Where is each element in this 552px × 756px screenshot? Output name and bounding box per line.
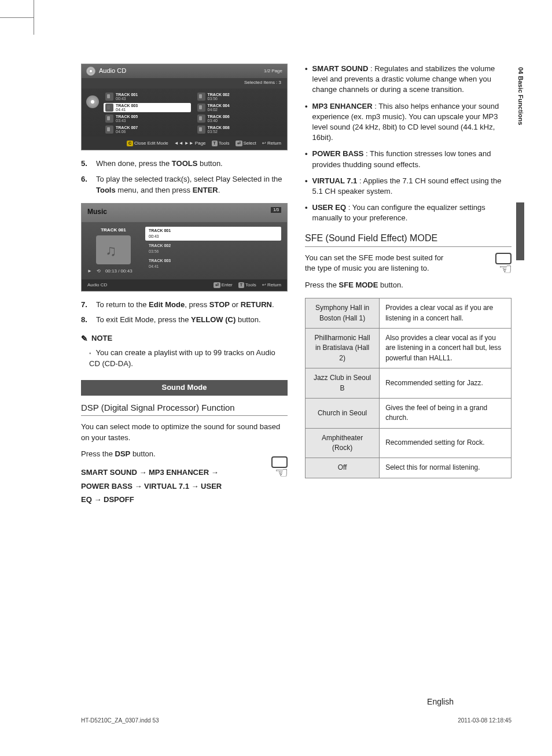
music-playlist: TRACK 00100:43TRACK 00203:56TRACK 00304:… xyxy=(145,227,281,275)
music-file-icon xyxy=(105,93,113,101)
selected-count: Selected Items : 3 xyxy=(82,78,287,88)
close-edit-label: Close Edit Mode xyxy=(134,141,168,146)
note-heading: ✎ NOTE xyxy=(81,333,288,344)
dsp-para: You can select mode to optimize the soun… xyxy=(81,422,288,444)
feature-item: USER EQ : You can configure the equalize… xyxy=(305,202,511,223)
left-column: Audio CD 1/2 Page Selected Items : 3 TRA… xyxy=(81,64,288,511)
track-item: TRACK 00503:43 xyxy=(104,114,191,123)
pencil-icon: ✎ xyxy=(81,333,88,344)
music-file-icon xyxy=(105,126,113,134)
steps-5-6: 5.When done, press the TOOLS button.6.To… xyxy=(81,158,288,196)
sound-mode-bar: Sound Mode xyxy=(81,380,288,396)
feature-list: SMART SOUND : Regulates and stabilizes t… xyxy=(305,64,511,223)
step-item: 8.To exit Edit Mode, press the YELLOW (C… xyxy=(81,315,288,326)
time-text: 00:13 / 00:43 xyxy=(105,268,133,275)
music-page: 1/3 xyxy=(271,207,281,213)
hand-button-icon: ☜ xyxy=(495,253,511,286)
music-screenshot: Music 1/3 TRACK 001 ► ⟲ 00:13 / 00:43 TR… xyxy=(81,203,288,292)
playlist-item: TRACK 00304:41 xyxy=(145,257,281,271)
sfe-heading: SFE (Sound Field Effect) MODE xyxy=(305,231,511,246)
dsp-press: Press the DSP button. xyxy=(81,449,288,460)
playlist-item: TRACK 00203:56 xyxy=(145,242,281,256)
table-row: OffSelect this for normal listening. xyxy=(306,458,511,478)
track-item: TRACK 00404:02 xyxy=(196,103,283,112)
music-file-icon xyxy=(105,104,113,112)
track-item: TRACK 00803:52 xyxy=(196,125,283,134)
table-row: Phillharmonic Hall in Bratislava (Hall 2… xyxy=(306,328,511,368)
music-note-icon xyxy=(96,235,131,264)
page-footer: HT-D5210C_ZA_0307.indd 53 2011-03-08 12:… xyxy=(81,717,511,724)
playlist-item: TRACK 00100:43 xyxy=(145,227,281,241)
note-list: You can create a playlist with up to 99 … xyxy=(89,348,288,370)
steps-7-8: 7.To return to the Edit Mode, press STOP… xyxy=(81,300,288,326)
step-item: 5.When done, press the TOOLS button. xyxy=(81,158,288,169)
return-label: Return xyxy=(267,141,281,146)
track-item: TRACK 00704:06 xyxy=(104,125,191,134)
music-file-icon xyxy=(197,115,205,123)
play-icon: ► xyxy=(87,268,92,275)
note-item: You can create a playlist with up to 99 … xyxy=(89,348,288,370)
footer-file: HT-D5210C_ZA_0307.indd 53 xyxy=(81,717,159,724)
dsp-heading: DSP (Digital Signal Processor) Function xyxy=(81,401,288,416)
music-sub-label: Audio CD xyxy=(87,282,107,289)
disc-icon xyxy=(86,67,95,76)
enter-label: Enter xyxy=(222,282,233,287)
sfe-para: You can set the SFE mode best suited for… xyxy=(305,253,455,275)
hand-button-icon: ☜ xyxy=(271,456,288,490)
step-item: 7.To return to the Edit Mode, press STOP… xyxy=(81,300,288,311)
table-row: Church in SeoulGives the feel of being i… xyxy=(306,398,511,428)
audio-cd-screenshot: Audio CD 1/2 Page Selected Items : 3 TRA… xyxy=(81,64,288,150)
music-file-icon xyxy=(197,93,205,101)
dsp-sequence: SMART SOUND → MP3 ENHANCER → POWER BASS … xyxy=(81,466,226,506)
tools-label: Tools xyxy=(219,141,230,146)
note-label: NOTE xyxy=(91,333,112,344)
footer-date: 2011-03-08 12:18:45 xyxy=(458,717,511,724)
language-label: English xyxy=(427,697,454,706)
tools-label: Tools xyxy=(245,282,256,287)
page-indicator: 1/2 Page xyxy=(264,68,282,75)
music-file-icon xyxy=(197,126,205,134)
table-row: Amphitheater (Rock)Recommended setting f… xyxy=(306,428,511,458)
feature-item: MP3 ENHANCER : This also helps enhance y… xyxy=(305,101,511,143)
music-file-icon xyxy=(105,115,113,123)
feature-item: SMART SOUND : Regulates and stabilizes t… xyxy=(305,64,511,95)
repeat-icon: ⟲ xyxy=(97,268,101,275)
page-label: Page xyxy=(195,141,206,146)
feature-item: VIRTUAL 7.1 : Applies the 7.1 CH sound e… xyxy=(305,176,511,197)
track-item: TRACK 00100:43 xyxy=(104,92,191,101)
return-label: Return xyxy=(267,282,281,287)
table-row: Symphony Hall in Boston (Hall 1)Provides… xyxy=(306,298,511,329)
screenshot-title: Audio CD xyxy=(99,67,126,76)
track-item: TRACK 00203:56 xyxy=(196,92,283,101)
music-file-icon xyxy=(197,104,205,112)
screenshot-header: Audio CD 1/2 Page xyxy=(82,64,287,78)
page: 04 Basic Functions Audio CD 1/2 Page Sel… xyxy=(0,0,552,756)
table-row: Jazz Club in Seoul BRecommended setting … xyxy=(306,368,511,399)
select-label: Select xyxy=(244,141,256,146)
track-grid: TRACK 00100:43TRACK 00203:56TRACK 00304:… xyxy=(104,92,282,134)
right-column: SMART SOUND : Regulates and stabilizes t… xyxy=(305,64,511,511)
crop-mark xyxy=(34,0,34,35)
track-item: TRACK 00304:41 xyxy=(104,103,191,112)
track-item: TRACK 00603:40 xyxy=(196,114,283,123)
music-title: Music xyxy=(87,208,107,216)
sfe-table: Symphony Hall in Boston (Hall 1)Provides… xyxy=(305,298,511,478)
crop-mark xyxy=(0,17,34,18)
feature-item: POWER BASS : This function stresses low … xyxy=(305,149,511,169)
screenshot-footer: CClose Edit Mode ◄◄ ►► Page TTools ⏎Sele… xyxy=(82,137,287,150)
side-chapter-label: 04 Basic Functions xyxy=(517,67,524,125)
current-track: TRACK 001 xyxy=(87,227,139,234)
disc-icon xyxy=(86,95,99,108)
step-item: 6.To play the selected track(s), select … xyxy=(81,174,288,196)
sfe-press: Press the SFE MODE button. xyxy=(305,280,511,291)
side-tab xyxy=(516,202,524,260)
